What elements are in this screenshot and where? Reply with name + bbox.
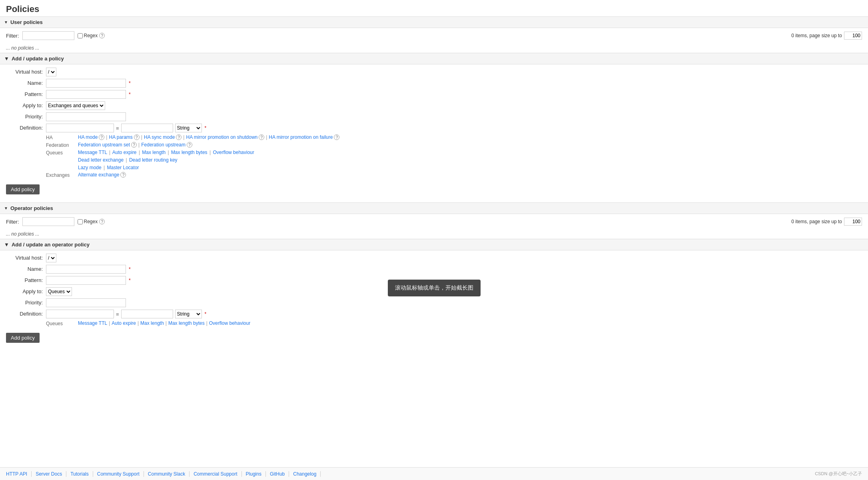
user-federation-upstream-link[interactable]: Federation upstream (141, 142, 186, 148)
operator-add-arrow: ▼ (4, 242, 9, 248)
footer-commercial-support[interactable]: Commercial Support (190, 471, 241, 477)
operator-filter-input[interactable] (22, 217, 74, 226)
operator-filter-row: Filter: Regex ? 0 items, page size up to (0, 214, 868, 229)
user-ha-mirror-shutdown-help-icon[interactable]: ? (259, 134, 264, 140)
user-alternate-exchange-link[interactable]: Alternate exchange (78, 172, 119, 178)
user-name-star: * (129, 80, 131, 86)
operator-overflow-link[interactable]: Overflow behaviour (209, 320, 250, 326)
footer-http-api[interactable]: HTTP API (6, 471, 32, 477)
footer-credit: CSDN @开心吧~小乙子 (815, 471, 862, 477)
user-priority-label: Priority: (6, 112, 46, 120)
operator-add-policy-button[interactable]: Add policy (6, 333, 40, 343)
user-page-size-input[interactable] (844, 32, 862, 40)
footer-changelog[interactable]: Changelog (289, 471, 321, 477)
user-vhost-select[interactable]: / (46, 68, 56, 76)
user-fed-upstream-set-help-icon[interactable]: ? (131, 142, 137, 148)
user-pattern-input[interactable] (46, 90, 126, 99)
footer-server-docs[interactable]: Server Docs (32, 471, 66, 477)
user-ha-mode-link[interactable]: HA mode (78, 134, 98, 140)
user-fed-upstream-help-icon[interactable]: ? (187, 142, 192, 148)
user-vhost-label: Virtual host: (6, 68, 46, 75)
operator-items-count-text: 0 items, page size up to (791, 219, 842, 224)
user-ha-mirror-shutdown-link[interactable]: HA mirror promotion on shutdown (186, 134, 257, 140)
user-ha-sync-help-icon[interactable]: ? (176, 134, 182, 140)
operator-items-count: 0 items, page size up to (791, 218, 862, 226)
user-regex-help-icon[interactable]: ? (99, 33, 105, 38)
footer-github[interactable]: GitHub (266, 471, 289, 477)
user-ha-links: HA mode ? | HA params ? | HA sync mode ?… (78, 134, 339, 140)
user-name-row: Name: * (6, 79, 862, 88)
operator-name-input[interactable] (46, 265, 126, 274)
operator-def-value-input[interactable] (121, 310, 173, 318)
user-policies-section: ▼ User policies Filter: Regex ? 0 items,… (0, 16, 868, 198)
operator-regex-checkbox[interactable] (78, 219, 83, 224)
user-auto-expire-link[interactable]: Auto expire (112, 150, 137, 155)
footer-community-slack[interactable]: Community Slack (144, 471, 190, 477)
operator-add-update-header[interactable]: ▼ Add / update an operator policy (0, 239, 868, 250)
user-no-policies: ... no policies ... (0, 43, 868, 53)
footer-plugins[interactable]: Plugins (242, 471, 266, 477)
user-apply-label: Apply to: (6, 101, 46, 108)
user-name-input[interactable] (46, 79, 126, 88)
operator-page-size-input[interactable] (844, 218, 862, 226)
user-add-policy-button[interactable]: Add policy (6, 184, 40, 194)
user-priority-input[interactable] (46, 112, 126, 121)
user-definition-content: = String Number Boolean List * HA (46, 124, 862, 180)
user-def-value-input[interactable] (121, 124, 173, 132)
user-apply-control: Exchanges and queues Exchanges Queues (46, 101, 862, 110)
page-title: Policies (0, 0, 868, 16)
user-ha-mirror-failure-link[interactable]: HA mirror promotion on failure (269, 134, 333, 140)
operator-policies-header[interactable]: ▼ Operator policies (0, 202, 868, 214)
operator-priority-input[interactable] (46, 298, 126, 307)
user-ha-category: HA (46, 134, 78, 140)
operator-regex-help-icon[interactable]: ? (99, 219, 105, 224)
user-filter-label: Filter: (6, 33, 19, 39)
user-regex-checkbox[interactable] (78, 33, 83, 38)
user-dead-letter-routing-key-link[interactable]: Dead letter routing key (129, 157, 178, 163)
operator-def-key-input[interactable] (46, 310, 114, 318)
user-ha-mode-help-icon[interactable]: ? (99, 134, 104, 140)
operator-priority-label: Priority: (6, 298, 46, 306)
user-message-ttl-link[interactable]: Message TTL (78, 150, 107, 155)
user-add-update-header[interactable]: ▼ Add / update a policy (0, 53, 868, 64)
user-federation-links: Federation upstream set ? | Federation u… (78, 142, 192, 148)
footer-community-support[interactable]: Community Support (93, 471, 144, 477)
user-max-length-link[interactable]: Max length (142, 150, 166, 155)
operator-equals: = (116, 311, 119, 317)
user-add-title: Add / update a policy (12, 56, 64, 62)
user-alternate-exchange-help-icon[interactable]: ? (120, 172, 126, 178)
operator-priority-control (46, 298, 862, 307)
user-regex-label[interactable]: Regex ? (78, 33, 105, 38)
user-ha-params-link[interactable]: HA params (109, 134, 132, 140)
user-add-form: Virtual host: / Name: * Pattern: (0, 64, 868, 198)
user-exchanges-links: Alternate exchange ? (78, 172, 126, 178)
operator-max-length-link[interactable]: Max length (140, 320, 164, 326)
operator-pattern-input[interactable] (46, 276, 126, 285)
operator-apply-row: Apply to: Queues (6, 287, 862, 296)
user-pattern-label: Pattern: (6, 90, 46, 97)
user-master-locator-link[interactable]: Master Locator (107, 165, 139, 170)
user-policies-header[interactable]: ▼ User policies (0, 16, 868, 28)
user-def-type-select[interactable]: String Number Boolean List (175, 124, 202, 132)
user-max-length-bytes-link[interactable]: Max length bytes (171, 150, 208, 155)
operator-apply-select[interactable]: Queues (46, 287, 72, 296)
user-federation-upstream-set-link[interactable]: Federation upstream set (78, 142, 130, 148)
user-apply-select[interactable]: Exchanges and queues Exchanges Queues (46, 101, 105, 110)
operator-vhost-select[interactable]: / (46, 254, 56, 262)
user-filter-input[interactable] (22, 31, 74, 40)
user-definition-row: Definition: = String Number Boolean List… (6, 124, 862, 180)
user-items-count: 0 items, page size up to (791, 32, 862, 40)
user-ha-params-help-icon[interactable]: ? (134, 134, 140, 140)
operator-max-length-bytes-link[interactable]: Max length bytes (168, 320, 205, 326)
operator-def-type-select[interactable]: String Number Boolean List (175, 310, 202, 318)
user-overflow-link[interactable]: Overflow behaviour (213, 150, 254, 155)
operator-regex-label[interactable]: Regex ? (78, 219, 105, 224)
user-lazy-mode-link[interactable]: Lazy mode (78, 165, 102, 170)
user-ha-sync-mode-link[interactable]: HA sync mode (144, 134, 175, 140)
user-def-key-input[interactable] (46, 124, 114, 132)
user-dead-letter-exchange-link[interactable]: Dead letter exchange (78, 157, 124, 163)
operator-auto-expire-link[interactable]: Auto expire (112, 320, 136, 326)
user-ha-mirror-failure-help-icon[interactable]: ? (334, 134, 339, 140)
operator-message-ttl-link[interactable]: Message TTL (78, 320, 107, 326)
footer-tutorials[interactable]: Tutorials (66, 471, 93, 477)
